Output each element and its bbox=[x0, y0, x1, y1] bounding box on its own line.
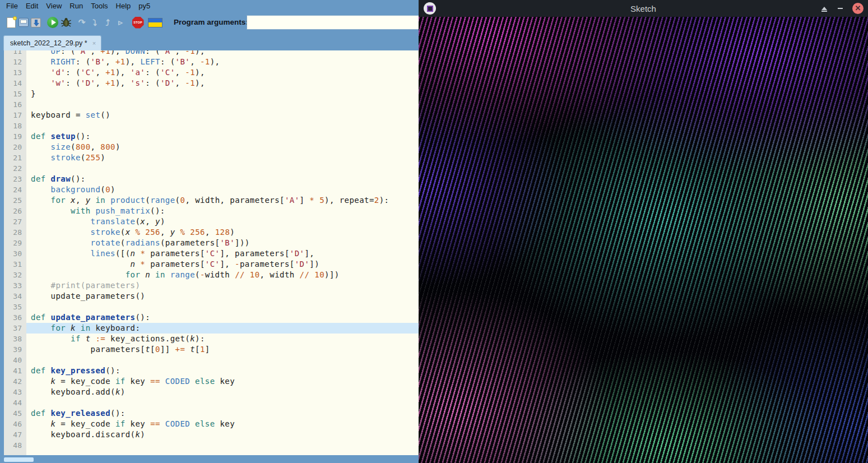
minimize-icon bbox=[838, 8, 843, 9]
code-line-text bbox=[26, 440, 419, 451]
code-line-38[interactable]: 38 if t := key_actions.get(k): bbox=[4, 334, 419, 344]
horizontal-scrollbar-thumb[interactable] bbox=[4, 457, 34, 462]
code-line-30[interactable]: 30 lines([(n * parameters['C'], paramete… bbox=[4, 248, 419, 259]
code-line-12[interactable]: 12 RIGHT: ('B', +1), LEFT: ('B', -1), bbox=[4, 57, 419, 67]
menu-file[interactable]: File bbox=[2, 1, 22, 11]
line-number: 41 bbox=[4, 365, 26, 376]
code-line-46[interactable]: 46 k = key_code if key == CODED else key bbox=[4, 419, 419, 429]
menu-help[interactable]: Help bbox=[112, 1, 135, 11]
menu-edit[interactable]: Edit bbox=[22, 1, 42, 11]
code-line-31[interactable]: 31 n * parameters['C'], -parameters['D']… bbox=[4, 259, 419, 270]
line-number: 25 bbox=[4, 195, 26, 206]
step-into-button[interactable]: ⤵ bbox=[88, 16, 101, 29]
code-line-24[interactable]: 24 background(0) bbox=[4, 184, 419, 195]
step-into-icon: ⤵ bbox=[92, 18, 97, 27]
open-file-button[interactable] bbox=[17, 16, 30, 29]
code-line-text: n * parameters['C'], -parameters['D']) bbox=[26, 259, 419, 270]
code-line-19[interactable]: 19def setup(): bbox=[4, 131, 419, 142]
code-line-text: background(0) bbox=[26, 184, 419, 195]
code-line-16[interactable]: 16 bbox=[4, 99, 419, 110]
stop-icon: STOP bbox=[132, 17, 144, 29]
code-line-text: keyboard.discard(k) bbox=[26, 429, 419, 440]
code-line-29[interactable]: 29 rotate(radians(parameters['B'])) bbox=[4, 238, 419, 248]
code-line-37[interactable]: 37 for k in keyboard: bbox=[4, 323, 419, 334]
code-line-40[interactable]: 40 bbox=[4, 355, 419, 365]
code-line-39[interactable]: 39 parameters[t[0]] += t[1] bbox=[4, 344, 419, 355]
code-line-36[interactable]: 36def update_parameters(): bbox=[4, 312, 419, 323]
program-arguments-label: Program arguments: bbox=[174, 18, 248, 26]
minimize-button[interactable] bbox=[834, 3, 846, 14]
code-editor[interactable]: 11 UP: ('A', +1), DOWN: ('A', -1),12 RIG… bbox=[4, 50, 419, 455]
code-line-13[interactable]: 13 'd': ('C', +1), 'a': ('C', -1), bbox=[4, 67, 419, 78]
line-number: 45 bbox=[4, 408, 26, 419]
resume-button[interactable]: ▹ bbox=[114, 16, 127, 29]
code-line-22[interactable]: 22 bbox=[4, 163, 419, 174]
code-line-43[interactable]: 43 keyboard.add(k) bbox=[4, 387, 419, 397]
ukraine-flag-button[interactable] bbox=[147, 16, 164, 29]
code-line-11[interactable]: 11 UP: ('A', +1), DOWN: ('A', -1), bbox=[4, 50, 419, 57]
line-number: 47 bbox=[4, 429, 26, 440]
code-line-text: UP: ('A', +1), DOWN: ('A', -1), bbox=[26, 50, 419, 57]
line-number: 24 bbox=[4, 184, 26, 195]
stop-button[interactable]: STOP bbox=[131, 16, 145, 29]
close-button[interactable]: ✕ bbox=[852, 3, 864, 14]
line-number: 29 bbox=[4, 238, 26, 248]
sketch-titlebar[interactable]: Sketch ✕ bbox=[419, 0, 868, 17]
code-line-45[interactable]: 45def key_released(): bbox=[4, 408, 419, 419]
code-line-text bbox=[26, 121, 419, 131]
code-line-20[interactable]: 20 size(800, 800) bbox=[4, 142, 419, 152]
code-line-47[interactable]: 47 keyboard.discard(k) bbox=[4, 429, 419, 440]
step-over-button[interactable]: ↷ bbox=[75, 16, 89, 29]
menu-py5[interactable]: py5 bbox=[134, 1, 154, 11]
code-line-48[interactable]: 48 bbox=[4, 440, 419, 451]
code-line-34[interactable]: 34 update_parameters() bbox=[4, 291, 419, 302]
new-file-button[interactable] bbox=[4, 16, 18, 29]
roll-up-button[interactable] bbox=[819, 3, 830, 14]
code-line-41[interactable]: 41def key_pressed(): bbox=[4, 365, 419, 376]
run-icon bbox=[47, 17, 58, 28]
menu-tools[interactable]: Tools bbox=[87, 1, 112, 11]
tab-sketch-file[interactable]: sketch_2022_12_29.py * × bbox=[3, 35, 101, 50]
horizontal-scrollbar[interactable] bbox=[0, 455, 419, 463]
code-line-15[interactable]: 15} bbox=[4, 89, 419, 99]
code-line-14[interactable]: 14 'w': ('D', +1), 's': ('D', -1), bbox=[4, 78, 419, 89]
menu-run[interactable]: Run bbox=[66, 1, 87, 11]
code-line-text bbox=[26, 355, 419, 365]
sketch-canvas[interactable] bbox=[419, 17, 868, 463]
line-number: 42 bbox=[4, 376, 26, 387]
line-number: 13 bbox=[4, 67, 26, 78]
line-number: 28 bbox=[4, 227, 26, 238]
step-out-button[interactable]: ⤴ bbox=[101, 16, 114, 29]
code-line-text: parameters[t[0]] += t[1] bbox=[26, 344, 419, 355]
tab-close-icon[interactable]: × bbox=[92, 40, 96, 47]
code-line-23[interactable]: 23def draw(): bbox=[4, 174, 419, 184]
debug-bug-icon bbox=[61, 17, 72, 28]
code-line-44[interactable]: 44 bbox=[4, 397, 419, 408]
code-line-18[interactable]: 18 bbox=[4, 121, 419, 131]
code-line-text: rotate(radians(parameters['B'])) bbox=[26, 238, 419, 248]
run-button[interactable] bbox=[46, 16, 59, 29]
code-line-42[interactable]: 42 k = key_code if key == CODED else key bbox=[4, 376, 419, 387]
code-line-35[interactable]: 35 bbox=[4, 302, 419, 312]
code-line-26[interactable]: 26 with push_matrix(): bbox=[4, 206, 419, 216]
line-number: 18 bbox=[4, 121, 26, 131]
code-line-text: k = key_code if key == CODED else key bbox=[26, 376, 419, 387]
code-line-text: keyboard.add(k) bbox=[26, 387, 419, 397]
code-line-33[interactable]: 33 #print(parameters) bbox=[4, 280, 419, 291]
line-number: 32 bbox=[4, 270, 26, 280]
save-file-button[interactable] bbox=[29, 16, 43, 29]
code-line-17[interactable]: 17keyboard = set() bbox=[4, 110, 419, 121]
code-line-text: def key_pressed(): bbox=[26, 365, 419, 376]
code-line-28[interactable]: 28 stroke(x % 256, y % 256, 128) bbox=[4, 227, 419, 238]
toolbar: ↷ ⤵ ⤴ ▹ STOP Program arguments: bbox=[0, 12, 419, 33]
line-number: 19 bbox=[4, 131, 26, 142]
code-line-27[interactable]: 27 translate(x, y) bbox=[4, 216, 419, 227]
code-line-25[interactable]: 25 for x, y in product(range(0, width, p… bbox=[4, 195, 419, 206]
debug-button[interactable] bbox=[59, 16, 73, 29]
code-line-21[interactable]: 21 stroke(255) bbox=[4, 152, 419, 163]
code-line-text: k = key_code if key == CODED else key bbox=[26, 419, 419, 429]
menu-view[interactable]: View bbox=[42, 1, 66, 11]
code-line-text: stroke(x % 256, y % 256, 128) bbox=[26, 227, 419, 238]
tab-label: sketch_2022_12_29.py * bbox=[10, 39, 87, 47]
code-line-32[interactable]: 32 for n in range(-width // 10, width //… bbox=[4, 270, 419, 280]
